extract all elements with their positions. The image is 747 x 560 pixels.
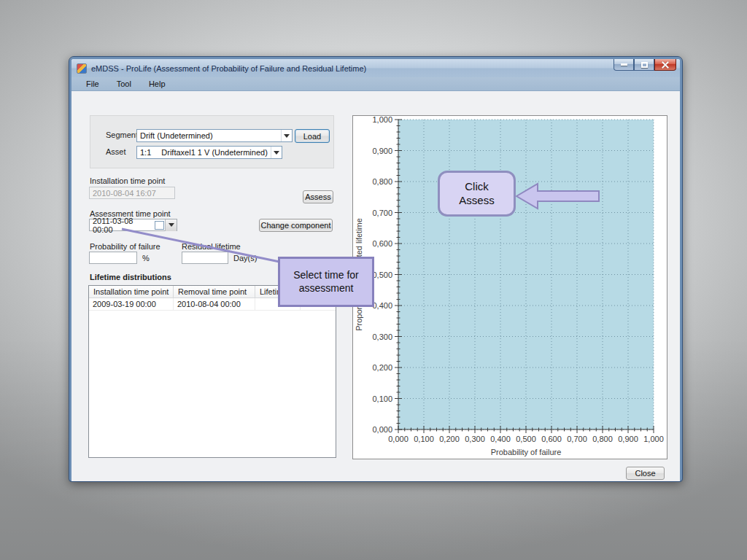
column-header[interactable]: Removal time point xyxy=(174,286,255,298)
asset-dropdown-arrow-icon[interactable] xyxy=(271,147,282,158)
chart-svg: 0,0000,1000,2000,3000,4000,5000,6000,700… xyxy=(353,116,667,459)
menu-file[interactable]: File xyxy=(80,78,105,90)
svg-text:0,000: 0,000 xyxy=(372,425,392,434)
days-unit-label: Day(s) xyxy=(233,254,257,262)
svg-text:0,500: 0,500 xyxy=(372,271,392,279)
lifetime-distributions-title: Lifetime distributions xyxy=(90,273,171,281)
assessment-dropdown-arrow-icon[interactable] xyxy=(165,219,177,231)
change-component-button[interactable]: Change component xyxy=(259,219,333,232)
svg-text:1,000: 1,000 xyxy=(372,116,392,124)
residual-lifetime-label: Residual lifetime xyxy=(182,242,241,251)
minimize-button[interactable] xyxy=(614,59,634,71)
segment-dropdown[interactable]: Drift (Undetermined) xyxy=(136,129,293,142)
table-cell: 2010-08-04 00:00 xyxy=(174,298,255,310)
asset-label: Asset xyxy=(106,147,126,156)
svg-text:0,400: 0,400 xyxy=(372,301,392,310)
svg-text:0,500: 0,500 xyxy=(516,435,536,443)
svg-text:0,800: 0,800 xyxy=(372,177,392,186)
installation-time-field: 2010-08-04 16:07 xyxy=(89,187,175,199)
svg-text:0,600: 0,600 xyxy=(372,239,392,248)
probability-of-failure-field[interactable] xyxy=(89,252,137,264)
column-header[interactable]: Installation time point xyxy=(89,286,174,298)
svg-text:0,200: 0,200 xyxy=(439,435,460,443)
installation-time-label: Installation time point xyxy=(90,176,165,185)
svg-text:0,900: 0,900 xyxy=(618,435,638,443)
selector-group: Segment Drift (Undetermined) Load Asset … xyxy=(90,115,334,168)
svg-text:0,100: 0,100 xyxy=(372,394,392,403)
menu-bar: File Tool Help xyxy=(71,77,680,91)
asset-value: Driftaxel1 1 V (Undetermined) xyxy=(161,148,268,157)
svg-text:0,800: 0,800 xyxy=(592,435,613,443)
maximize-icon xyxy=(641,62,648,68)
svg-text:0,700: 0,700 xyxy=(567,435,587,443)
segment-value: Drift (Undetermined) xyxy=(140,131,213,140)
close-button[interactable]: Close xyxy=(626,467,665,480)
select-time-callout: Select time for assessment xyxy=(278,257,374,307)
svg-text:Probability of failure: Probability of failure xyxy=(491,448,562,456)
client-area: Segment Drift (Undetermined) Load Asset … xyxy=(71,91,680,481)
menu-tool[interactable]: Tool xyxy=(111,78,137,90)
svg-text:0,000: 0,000 xyxy=(388,435,409,443)
assessment-time-picker[interactable]: 2011-03-08 00:00 xyxy=(89,219,177,231)
window-controls xyxy=(614,59,676,71)
percent-unit-label: % xyxy=(142,254,150,262)
svg-text:0,900: 0,900 xyxy=(372,147,392,155)
assessment-time-value: 2011-03-08 00:00 xyxy=(93,217,155,234)
calendar-icon[interactable] xyxy=(155,221,164,230)
svg-text:0,300: 0,300 xyxy=(465,435,485,443)
click-assess-callout: Click Assess xyxy=(438,171,516,217)
window-title: eMDSS - ProLife (Assessment of Probabili… xyxy=(91,64,366,73)
svg-text:0,100: 0,100 xyxy=(414,435,434,443)
title-bar[interactable]: eMDSS - ProLife (Assessment of Probabili… xyxy=(71,59,680,77)
select-time-callout-text: Select time for assessment xyxy=(286,269,366,295)
svg-text:0,600: 0,600 xyxy=(541,435,562,443)
probability-of-failure-label: Probability of failure xyxy=(90,242,160,251)
app-window: eMDSS - ProLife (Assessment of Probabili… xyxy=(69,57,682,481)
svg-text:0,400: 0,400 xyxy=(490,435,511,443)
load-button[interactable]: Load xyxy=(295,129,330,143)
assess-button[interactable]: Assess xyxy=(303,190,333,203)
residual-lifetime-field[interactable] xyxy=(182,252,228,264)
lifetime-distributions-list[interactable]: Installation time pointRemoval time poin… xyxy=(88,285,336,458)
table-cell: 2009-03-19 00:00 xyxy=(89,298,174,310)
close-window-button[interactable] xyxy=(654,59,676,71)
svg-text:0,200: 0,200 xyxy=(372,363,392,372)
minimize-icon xyxy=(621,63,627,66)
svg-text:1,000: 1,000 xyxy=(643,435,664,443)
svg-text:0,300: 0,300 xyxy=(372,332,392,341)
click-assess-callout-text: Click Assess xyxy=(455,180,499,208)
asset-dropdown[interactable]: 1:1 Driftaxel1 1 V (Undetermined) xyxy=(136,146,282,159)
app-icon xyxy=(77,63,87,74)
maximize-button[interactable] xyxy=(634,59,654,71)
asset-prefix: 1:1 xyxy=(140,148,151,157)
segment-label: Segment xyxy=(106,131,138,139)
svg-text:0,700: 0,700 xyxy=(372,209,392,217)
close-icon xyxy=(662,61,669,69)
chart-panel: 0,0000,1000,2000,3000,4000,5000,6000,700… xyxy=(352,115,667,459)
segment-dropdown-arrow-icon[interactable] xyxy=(281,130,292,141)
menu-help[interactable]: Help xyxy=(143,78,171,90)
